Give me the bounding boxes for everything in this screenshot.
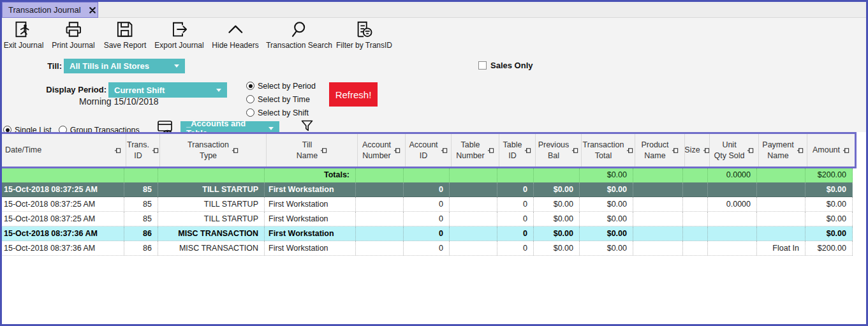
cell-account_id: 0 bbox=[404, 197, 450, 211]
column-header-account_number[interactable]: AccountNumber bbox=[358, 134, 406, 167]
column-header-account_id[interactable]: AccountID bbox=[406, 134, 452, 167]
radio-label: Select by Time bbox=[258, 95, 310, 104]
column-header-till_name[interactable]: TillName bbox=[267, 134, 358, 167]
close-icon[interactable] bbox=[89, 7, 96, 13]
cell-transaction_total: $0.00 bbox=[580, 182, 633, 196]
cell-table_id bbox=[497, 168, 534, 182]
cell-trans_id: 85 bbox=[124, 182, 158, 196]
pin-icon[interactable] bbox=[232, 147, 239, 154]
column-header-size[interactable]: Size bbox=[685, 134, 710, 167]
cell-date_time: 15-Oct-2018 08:37:36 AM bbox=[0, 226, 124, 241]
toolbar-button-label: Transaction Search bbox=[266, 41, 332, 50]
toolbar-button-label: Save Report bbox=[104, 41, 147, 50]
cell-table_number bbox=[450, 197, 497, 211]
filter-transid-icon bbox=[355, 20, 374, 39]
period-subtitle: Morning 15/10/2018 bbox=[79, 96, 159, 107]
cell-product_name bbox=[633, 168, 683, 182]
pin-icon[interactable] bbox=[152, 147, 159, 154]
cell-account_id: 0 bbox=[404, 212, 450, 226]
column-header-label: ProductName bbox=[641, 140, 668, 161]
pin-icon[interactable] bbox=[626, 147, 633, 154]
cell-amount: $200.00 bbox=[805, 241, 853, 255]
pin-icon[interactable] bbox=[441, 147, 448, 154]
till-dropdown[interactable]: All Tills in All Stores bbox=[64, 59, 185, 73]
transaction-row[interactable]: 15-Oct-2018 08:37:36 AM86MISC TRANSACTIO… bbox=[0, 241, 853, 256]
tab-transaction-journal[interactable]: Transaction Journal bbox=[2, 2, 98, 18]
pin-icon[interactable] bbox=[842, 147, 850, 154]
column-header-table_number[interactable]: TableNumber bbox=[452, 134, 499, 167]
toolbar-button-exit-journal[interactable]: Exit Journal bbox=[4, 20, 44, 50]
column-header-payment_name[interactable]: PaymentName bbox=[759, 134, 807, 167]
pin-icon[interactable] bbox=[320, 147, 327, 154]
transaction-row[interactable]: 15-Oct-2018 08:37:25 AM85TILL STARTUPFir… bbox=[0, 212, 853, 226]
cell-previous_bal: $0.00 bbox=[534, 226, 580, 241]
cell-trans_id bbox=[124, 168, 158, 182]
transaction-row[interactable]: 15-Oct-2018 08:37:25 AM85TILL STARTUPFir… bbox=[0, 182, 853, 197]
pin-icon[interactable] bbox=[571, 147, 578, 154]
toolbar-button-save-report[interactable]: Save Report bbox=[104, 20, 147, 50]
sales-only-checkbox[interactable]: Sales Only bbox=[478, 61, 533, 70]
cell-previous_bal bbox=[534, 168, 580, 182]
cell-account_number bbox=[356, 226, 404, 241]
column-header-label: Trans.ID bbox=[127, 140, 149, 161]
pin-icon[interactable] bbox=[747, 147, 754, 154]
pin-icon[interactable] bbox=[797, 147, 804, 154]
till-dropdown-value: All Tills in All Stores bbox=[70, 61, 149, 71]
pin-icon[interactable] bbox=[394, 147, 401, 154]
cell-amount: $0.00 bbox=[805, 226, 853, 241]
tab-title: Transaction Journal bbox=[8, 5, 81, 15]
column-header-label: TableID bbox=[503, 140, 522, 161]
cell-account_id: 0 bbox=[404, 226, 450, 241]
chevron-down-icon bbox=[216, 89, 221, 92]
column-header-trans_id[interactable]: Trans.ID bbox=[126, 134, 160, 167]
column-header-transaction_type[interactable]: TransactionType bbox=[160, 134, 267, 167]
pin-icon[interactable] bbox=[487, 147, 494, 154]
chevron-down-icon bbox=[268, 127, 274, 130]
search-icon bbox=[290, 20, 309, 39]
cell-till_name: First Workstation bbox=[265, 182, 356, 196]
display-period-dropdown[interactable]: Current Shift bbox=[108, 82, 227, 98]
radio-icon bbox=[246, 82, 254, 90]
column-header-previous_bal[interactable]: PreviousBal bbox=[536, 134, 582, 167]
column-header-table_id[interactable]: TableID bbox=[499, 134, 536, 167]
cell-table_id: 0 bbox=[497, 182, 534, 196]
cell-table_number bbox=[450, 212, 497, 226]
cell-product_name bbox=[633, 226, 683, 241]
toolbar-button-filter-by-transid[interactable]: Filter by TransID bbox=[336, 20, 392, 50]
column-header-label: PreviousBal bbox=[538, 140, 570, 161]
transaction-row[interactable]: 15-Oct-2018 08:37:36 AM86MISC TRANSACTIO… bbox=[0, 226, 853, 241]
toolbar-button-hide-headers[interactable]: Hide Headers bbox=[212, 20, 258, 50]
cell-amount: $0.00 bbox=[805, 212, 853, 226]
toolbar-button-print-journal[interactable]: Print Journal bbox=[52, 20, 94, 50]
pin-icon[interactable] bbox=[703, 147, 710, 154]
cell-transaction_total: $0.00 bbox=[580, 212, 633, 226]
cell-product_name bbox=[633, 182, 683, 196]
column-header-transaction_total[interactable]: TransactionTotal bbox=[582, 134, 635, 167]
refresh-button[interactable]: Refresh! bbox=[329, 82, 378, 107]
toolbar-button-label: Hide Headers bbox=[212, 41, 258, 50]
transaction-journal-window: Transaction Journal Exit JournalPrint Jo… bbox=[0, 0, 868, 326]
radio-select-by-select-by-period[interactable]: Select by Period bbox=[246, 79, 316, 93]
column-header-unit_qty_sold[interactable]: UnitQty Sold bbox=[710, 134, 759, 167]
column-header-product_name[interactable]: ProductName bbox=[635, 134, 685, 167]
transaction-row[interactable]: 15-Oct-2018 08:37:25 AM85TILL STARTUPFir… bbox=[0, 197, 853, 212]
column-header-amount[interactable]: Amount bbox=[807, 134, 855, 167]
column-header-date_time[interactable]: Date/Time bbox=[2, 134, 126, 167]
radio-select-by-select-by-shift[interactable]: Select by Shift bbox=[246, 106, 316, 119]
chevron-down-icon bbox=[174, 64, 179, 68]
radio-select-by-select-by-time[interactable]: Select by Time bbox=[246, 93, 316, 106]
cell-unit_qty_sold bbox=[708, 241, 757, 255]
cell-product_name bbox=[633, 241, 683, 255]
cell-payment_name: Float In bbox=[757, 241, 805, 255]
toolbar-button-transaction-search[interactable]: Transaction Search bbox=[266, 20, 332, 50]
cell-table_number bbox=[450, 226, 497, 241]
cell-payment_name bbox=[757, 197, 805, 211]
cell-table_number bbox=[450, 168, 497, 182]
pin-icon[interactable] bbox=[524, 147, 531, 154]
pin-icon[interactable] bbox=[672, 147, 679, 154]
radio-icon bbox=[246, 108, 254, 117]
pin-icon[interactable] bbox=[114, 147, 121, 154]
toolbar-button-export-journal[interactable]: Export Journal bbox=[154, 20, 203, 50]
column-header-label: TableNumber bbox=[456, 140, 484, 161]
cell-transaction_type: MISC TRANSACTION bbox=[158, 241, 265, 255]
